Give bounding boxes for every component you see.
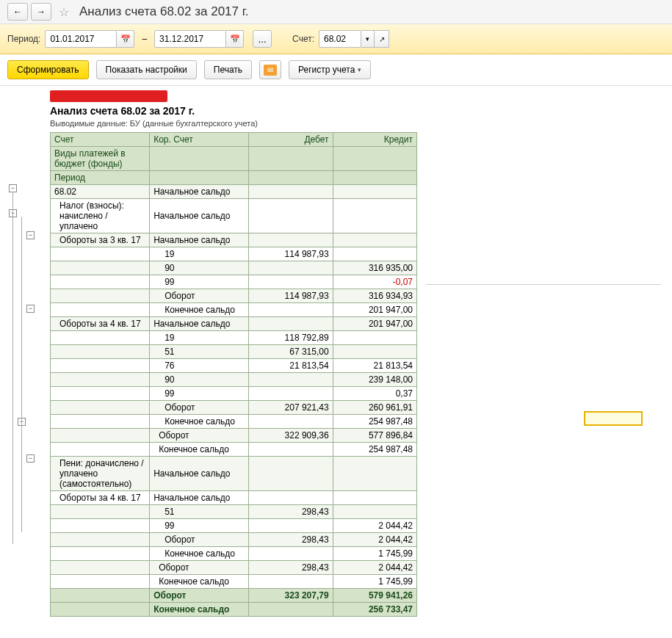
table-row[interactable]: Конечное сальдо1 745,99 <box>51 575 417 589</box>
table-row[interactable]: Налог (взносы): начислено / уплаченоНача… <box>51 199 417 233</box>
calendar-from-button[interactable]: 📅 <box>117 30 134 48</box>
table-row[interactable]: 90239 148,00 <box>51 373 417 387</box>
date-from-input[interactable] <box>45 30 117 48</box>
col-kor-header: Кор. Счет <box>150 133 249 147</box>
tree-gutter: − − − − − − <box>9 90 50 617</box>
redacted-org-name <box>50 90 167 102</box>
divider <box>426 284 661 285</box>
selected-cell-marker <box>584 411 643 426</box>
date-to-input[interactable] <box>154 30 226 48</box>
table-row[interactable]: 68.02Начальное сальдо <box>51 185 417 199</box>
table-row[interactable]: Обороты за 4 кв. 17Начальное сальдо <box>51 491 417 505</box>
table-row[interactable]: Конечное сальдо201 947,00 <box>51 303 417 317</box>
table-row[interactable]: 5167 315,00 <box>51 345 417 359</box>
report-title: Анализ счета 68.02 за 2017 г. <box>50 105 665 117</box>
back-button[interactable]: ← <box>7 3 28 21</box>
table-row[interactable]: 51298,43 <box>51 505 417 519</box>
table-row[interactable]: Пени: доначислено / уплачено (самостояте… <box>51 457 417 491</box>
period-label: Период: <box>7 34 40 44</box>
tree-toggle[interactable]: − <box>26 454 35 463</box>
page-title: Анализ счета 68.02 за 2017 г. <box>79 4 249 19</box>
table-row[interactable]: 990,37 <box>51 387 417 401</box>
account-input[interactable] <box>319 30 361 48</box>
report-subtitle: Выводимые данные: БУ (данные бухгалтерск… <box>50 119 665 128</box>
account-label: Счет: <box>292 34 314 44</box>
account-open-button[interactable]: ↗ <box>375 30 389 48</box>
tree-toggle[interactable]: − <box>26 305 35 313</box>
calendar-icon: 📅 <box>230 35 240 44</box>
table-row[interactable]: Оборот114 987,93316 934,93 <box>51 289 417 303</box>
mail-icon: ✉ <box>264 65 277 76</box>
col-account-header: Счет <box>51 133 150 147</box>
tree-toggle[interactable]: − <box>26 231 35 239</box>
calendar-icon: 📅 <box>120 35 131 44</box>
table-row[interactable]: 19114 987,93 <box>51 247 417 261</box>
table-row[interactable]: Конечное сальдо254 987,48 <box>51 415 417 429</box>
filter-bar: Период: 📅 – 📅 ... Счет: ▾ ↗ <box>0 24 672 54</box>
account-dropdown-button[interactable]: ▾ <box>361 30 375 48</box>
col-debit-header: Дебет <box>249 133 333 147</box>
show-settings-button[interactable]: Показать настройки <box>96 60 197 79</box>
table-row[interactable]: Обороты за 4 кв. 17Начальное сальдо201 9… <box>51 317 417 331</box>
mail-button[interactable]: ✉ <box>259 60 281 79</box>
table-row[interactable]: 7621 813,5421 813,54 <box>51 359 417 373</box>
top-toolbar: ← → ☆ Анализ счета 68.02 за 2017 г. <box>0 0 672 24</box>
table-row[interactable]: Оборот207 921,43260 961,91 <box>51 401 417 415</box>
total-row: Оборот323 207,79579 941,26 <box>51 589 417 603</box>
arrow-left-icon: ← <box>13 7 22 17</box>
report-table: Счет Кор. Счет Дебет Кредит Виды платеже… <box>50 132 417 617</box>
table-row[interactable]: Конечное сальдо254 987,48 <box>51 443 417 457</box>
register-button[interactable]: Регистр учета ▾ <box>289 60 371 79</box>
subhdr-period: Период <box>51 171 150 185</box>
forward-button[interactable]: → <box>31 3 51 21</box>
subhdr-types: Виды платежей в бюджет (фонды) <box>51 147 150 171</box>
table-row[interactable]: 90316 935,00 <box>51 261 417 275</box>
total-row: Конечное сальдо256 733,47 <box>51 603 417 617</box>
table-row[interactable]: Оборот298,432 044,42 <box>51 561 417 575</box>
form-button[interactable]: Сформировать <box>7 60 89 79</box>
print-button[interactable]: Печать <box>204 60 252 79</box>
star-icon[interactable]: ☆ <box>59 5 69 19</box>
action-bar: Сформировать Показать настройки Печать ✉… <box>0 54 672 86</box>
table-row[interactable]: Конечное сальдо1 745,99 <box>51 547 417 561</box>
period-picker-button[interactable]: ... <box>253 30 272 48</box>
table-row[interactable]: Обороты за 3 кв. 17Начальное сальдо <box>51 233 417 247</box>
chevron-down-icon: ▾ <box>358 66 361 73</box>
period-dash: – <box>142 34 147 44</box>
calendar-to-button[interactable]: 📅 <box>226 30 244 48</box>
report-area: − − − − − − Анализ счета 68.02 за 2017 г… <box>0 86 672 624</box>
arrow-right-icon: → <box>37 7 46 17</box>
col-credit-header: Кредит <box>333 133 416 147</box>
table-row[interactable]: 19118 792,89 <box>51 331 417 345</box>
table-row[interactable]: 992 044,42 <box>51 519 417 533</box>
table-row[interactable]: Оборот298,432 044,42 <box>51 533 417 547</box>
table-row[interactable]: Оборот322 909,36577 896,84 <box>51 429 417 443</box>
table-row[interactable]: 99-0,07 <box>51 275 417 289</box>
